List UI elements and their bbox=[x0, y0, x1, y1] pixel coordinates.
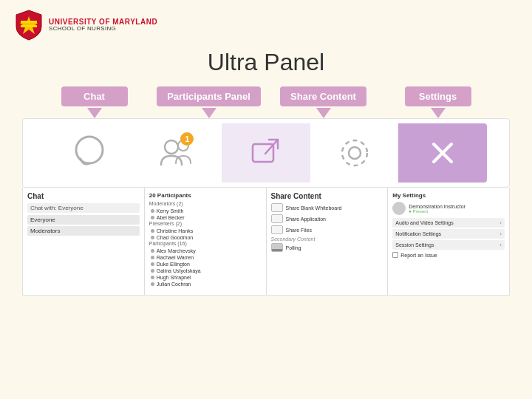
label-settings: Settings bbox=[381, 86, 495, 118]
chat-option-moderators[interactable]: Moderators bbox=[27, 226, 140, 236]
user-avatar bbox=[392, 202, 406, 215]
settings-icon-cell[interactable] bbox=[310, 123, 399, 183]
share-icon bbox=[247, 134, 285, 172]
moderators-section-label: Moderators (2) bbox=[149, 201, 262, 206]
settings-screen-panel: My Settings Demonstration Instructor ● P… bbox=[388, 188, 509, 295]
whiteboard-icon bbox=[271, 203, 283, 212]
participant-chad: Chad Goodmon bbox=[149, 234, 262, 241]
participant-abel: Abel Becker bbox=[149, 214, 262, 221]
settings-audio-video[interactable]: Audio and Video Settings › bbox=[392, 218, 505, 228]
logo-area: UNIVERSITY of MARYLAND SCHOOL OF NURSING bbox=[15, 9, 157, 41]
participant-christine: Christine Hanks bbox=[149, 228, 262, 234]
presenters-section-label: Presenters (2) bbox=[149, 221, 262, 226]
share-screen-panel: Share Content Share Blank Whiteboard Sha… bbox=[267, 188, 389, 295]
chat-label: Chat bbox=[61, 86, 128, 106]
audio-chevron-icon: › bbox=[499, 219, 502, 226]
chat-arrow bbox=[87, 108, 102, 118]
header: UNIVERSITY of MARYLAND SCHOOL OF NURSING bbox=[0, 0, 532, 46]
settings-notification[interactable]: Notification Settings › bbox=[392, 229, 505, 239]
label-chat: Chat bbox=[37, 86, 151, 118]
labels-row: Chat Participants Panel Share Content Se… bbox=[0, 86, 532, 118]
svg-point-9 bbox=[342, 140, 367, 166]
share-icon-cell[interactable] bbox=[222, 123, 310, 183]
participant-julian: Julian Cochran bbox=[149, 281, 262, 287]
svg-line-7 bbox=[265, 140, 278, 154]
report-checkbox[interactable] bbox=[392, 252, 398, 258]
close-icon bbox=[423, 134, 462, 172]
share-files[interactable]: Share Files bbox=[271, 225, 383, 234]
participant-kerry: Kerry Smith bbox=[149, 208, 262, 214]
chat-screen-panel: Chat Chat with: Everyone Everyone Modera… bbox=[23, 188, 145, 295]
participants-arrow bbox=[202, 108, 216, 118]
settings-icon bbox=[335, 134, 374, 172]
participant-rachael: Rachael Warren bbox=[149, 254, 262, 261]
participants-icon-cell[interactable]: 1 bbox=[134, 123, 222, 183]
label-share: Share Content bbox=[266, 86, 381, 118]
school-name: SCHOOL OF NURSING bbox=[49, 26, 157, 33]
participants-panel-title: 20 Participants bbox=[149, 192, 262, 199]
secondary-content-label: Secondary Content bbox=[271, 236, 383, 242]
share-application[interactable]: Share Application bbox=[271, 214, 383, 223]
notification-chevron-icon: › bbox=[499, 231, 502, 237]
close-icon-cell[interactable] bbox=[398, 123, 487, 183]
settings-label: Settings bbox=[405, 86, 471, 106]
participants-screen-panel: 20 Participants Moderators (2) Kerry Smi… bbox=[145, 188, 267, 295]
application-icon bbox=[271, 214, 283, 223]
settings-report[interactable]: Report an Issue bbox=[392, 252, 505, 258]
chat-with-row: Chat with: Everyone bbox=[27, 203, 140, 213]
settings-arrow bbox=[431, 108, 446, 118]
settings-user: Demonstration Instructor ● Present bbox=[392, 202, 505, 215]
participants-section-label: Participants (16) bbox=[149, 241, 262, 246]
participants-badge: 1 bbox=[180, 132, 194, 146]
user-status: ● Present bbox=[409, 209, 466, 214]
share-label: Share Content bbox=[280, 86, 366, 106]
participants-label: Participants Panel bbox=[157, 86, 261, 106]
icons-row: 1 bbox=[22, 118, 510, 188]
share-arrow bbox=[316, 108, 331, 118]
participant-galina: Galina Ustyolskaya bbox=[149, 267, 262, 274]
settings-panel-title: My Settings bbox=[392, 192, 505, 199]
svg-point-8 bbox=[349, 147, 361, 159]
share-polling[interactable]: Polling bbox=[271, 243, 383, 252]
svg-point-4 bbox=[165, 140, 178, 154]
polling-icon bbox=[271, 243, 283, 252]
logo-text: UNIVERSITY of MARYLAND SCHOOL OF NURSING bbox=[49, 18, 157, 33]
share-whiteboard[interactable]: Share Blank Whiteboard bbox=[271, 203, 383, 212]
chat-icon-cell[interactable] bbox=[45, 123, 134, 183]
page-title: Ultra Panel bbox=[0, 46, 532, 86]
files-icon bbox=[271, 225, 283, 234]
logo-shield-icon bbox=[15, 9, 43, 41]
participant-alex: Alex Marchevsky bbox=[149, 248, 262, 254]
screens-row: Chat Chat with: Everyone Everyone Modera… bbox=[22, 188, 510, 296]
user-name: Demonstration Instructor bbox=[409, 204, 466, 209]
participant-duke: Duke Ellington bbox=[149, 261, 262, 267]
chat-panel-title: Chat bbox=[27, 192, 140, 200]
chat-option-everyone[interactable]: Everyone bbox=[27, 215, 140, 225]
chat-icon bbox=[70, 134, 109, 172]
participant-hugh: Hugh Shrapnel bbox=[149, 274, 262, 281]
user-info: Demonstration Instructor ● Present bbox=[409, 204, 466, 214]
label-participants: Participants Panel bbox=[151, 86, 266, 118]
settings-session[interactable]: Session Settings › bbox=[392, 240, 505, 250]
session-chevron-icon: › bbox=[499, 242, 502, 248]
share-panel-title: Share Content bbox=[271, 192, 383, 200]
